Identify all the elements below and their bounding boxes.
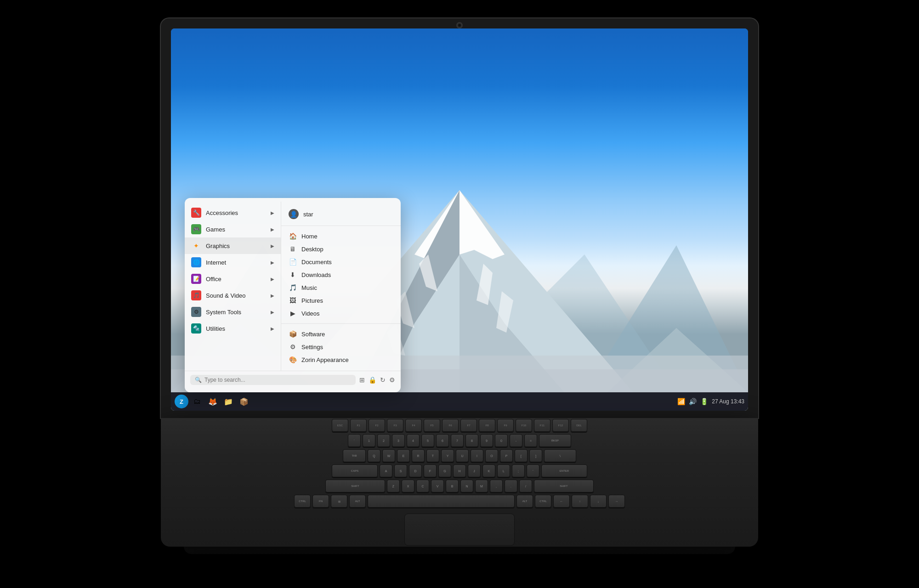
key-alt-r[interactable]: ALT <box>516 495 533 508</box>
submenu-pictures[interactable]: 🖼 Pictures <box>281 294 401 307</box>
file-manager-icon[interactable]: 🗂 <box>190 395 204 408</box>
key-f8[interactable]: F8 <box>479 419 495 432</box>
submenu-software[interactable]: 📦 Software <box>281 328 401 340</box>
category-accessories[interactable]: 🔧 Accessories ▶ <box>185 204 281 221</box>
key-o[interactable]: O <box>485 449 498 462</box>
category-graphics[interactable]: ✦ Graphics ▶ <box>185 237 281 254</box>
submenu-videos[interactable]: ▶ Videos <box>281 307 401 320</box>
key-2[interactable]: 2 <box>377 434 390 447</box>
submenu-documents[interactable]: 📄 Documents <box>281 255 401 268</box>
key-y[interactable]: Y <box>441 449 454 462</box>
settings-small-icon[interactable]: ⚙ <box>389 376 395 384</box>
key-bracket-l[interactable]: [ <box>515 449 528 462</box>
zorin-menu-button[interactable]: Z <box>175 395 188 408</box>
key-w[interactable]: W <box>382 449 395 462</box>
key-s[interactable]: S <box>394 464 407 477</box>
key-backtick[interactable]: ` <box>348 434 361 447</box>
key-caps[interactable]: CAPS <box>332 464 378 477</box>
key-1[interactable]: 1 <box>363 434 375 447</box>
key-m[interactable]: M <box>475 480 488 492</box>
grid-icon[interactable]: ⊞ <box>359 376 365 384</box>
key-super[interactable]: ⊞ <box>331 495 347 508</box>
key-p[interactable]: P <box>500 449 513 462</box>
key-f10[interactable]: F10 <box>516 419 532 432</box>
key-q[interactable]: Q <box>368 449 380 462</box>
key-f3[interactable]: F3 <box>387 419 403 432</box>
key-comma[interactable]: , <box>490 480 503 492</box>
folder-icon[interactable]: 📁 <box>221 395 235 408</box>
submenu-settings[interactable]: ⚙ Settings <box>281 340 401 353</box>
key-u[interactable]: U <box>456 449 469 462</box>
key-0[interactable]: 0 <box>495 434 508 447</box>
submenu-home[interactable]: 🏠 Home <box>281 230 401 243</box>
key-down[interactable]: ↓ <box>590 495 607 508</box>
key-f9[interactable]: F9 <box>497 419 514 432</box>
key-f2[interactable]: F2 <box>369 419 385 432</box>
key-4[interactable]: 4 <box>407 434 420 447</box>
key-6[interactable]: 6 <box>436 434 449 447</box>
key-up[interactable]: ↑ <box>572 495 588 508</box>
key-7[interactable]: 7 <box>451 434 464 447</box>
key-i[interactable]: I <box>471 449 483 462</box>
key-d[interactable]: D <box>409 464 422 477</box>
key-slash[interactable]: / <box>519 480 532 492</box>
submenu-zorin-appearance[interactable]: 🎨 Zorin Appearance <box>281 353 401 366</box>
key-quote[interactable]: ' <box>527 464 539 477</box>
key-f11[interactable]: F11 <box>534 419 550 432</box>
key-enter[interactable]: ENTER <box>541 464 587 477</box>
key-k[interactable]: K <box>482 464 495 477</box>
user-item[interactable]: 👤 star <box>281 206 401 222</box>
key-period[interactable]: . <box>505 480 517 492</box>
key-equals[interactable]: = <box>524 434 537 447</box>
key-backspace[interactable]: BKSP <box>539 434 571 447</box>
key-del[interactable]: DEL <box>571 419 587 432</box>
key-a[interactable]: A <box>380 464 392 477</box>
key-5[interactable]: 5 <box>421 434 434 447</box>
key-f12[interactable]: F12 <box>552 419 569 432</box>
lock-icon[interactable]: 🔒 <box>369 376 376 384</box>
key-semicolon[interactable]: ; <box>512 464 525 477</box>
submenu-music[interactable]: 🎵 Music <box>281 281 401 294</box>
key-x[interactable]: X <box>402 480 414 492</box>
firefox-icon[interactable]: 🦊 <box>206 395 220 408</box>
key-9[interactable]: 9 <box>480 434 493 447</box>
key-v[interactable]: V <box>431 480 444 492</box>
datetime-display[interactable]: 27 Aug 13:43 <box>712 398 744 405</box>
key-f6[interactable]: F6 <box>442 419 459 432</box>
key-8[interactable]: 8 <box>465 434 478 447</box>
key-f5[interactable]: F5 <box>424 419 440 432</box>
key-e[interactable]: E <box>397 449 410 462</box>
search-bar[interactable]: 🔍 <box>190 375 356 385</box>
key-alt-l[interactable]: ALT <box>349 495 366 508</box>
search-input[interactable] <box>204 377 351 383</box>
key-t[interactable]: T <box>426 449 439 462</box>
key-3[interactable]: 3 <box>392 434 405 447</box>
key-f4[interactable]: F4 <box>405 419 422 432</box>
key-g[interactable]: G <box>438 464 451 477</box>
key-minus[interactable]: - <box>510 434 522 447</box>
submenu-downloads[interactable]: ⬇ Downloads <box>281 268 401 281</box>
submenu-desktop[interactable]: 🖥 Desktop <box>281 243 401 255</box>
key-ctrl-l[interactable]: CTRL <box>294 495 311 508</box>
key-right[interactable]: → <box>608 495 625 508</box>
key-f1[interactable]: F1 <box>350 419 367 432</box>
key-z[interactable]: Z <box>387 480 400 492</box>
key-shift-r[interactable]: SHIFT <box>534 480 594 492</box>
touchpad[interactable] <box>404 514 515 546</box>
key-r[interactable]: R <box>412 449 425 462</box>
software-center-icon[interactable]: 📦 <box>237 395 251 408</box>
category-games[interactable]: 🎮 Games ▶ <box>185 221 281 237</box>
category-office[interactable]: 📝 Office ▶ <box>185 271 281 287</box>
category-internet[interactable]: 🌐 Internet ▶ <box>185 254 281 271</box>
key-n[interactable]: N <box>460 480 473 492</box>
key-c[interactable]: C <box>416 480 429 492</box>
key-shift-l[interactable]: SHIFT <box>325 480 385 492</box>
key-backslash[interactable]: \ <box>544 449 576 462</box>
category-sound-video[interactable]: 🎵 Sound & Video ▶ <box>185 287 281 304</box>
key-ctrl-r[interactable]: CTRL <box>535 495 551 508</box>
key-h[interactable]: H <box>453 464 466 477</box>
key-f7[interactable]: F7 <box>460 419 477 432</box>
refresh-icon[interactable]: ↻ <box>380 376 386 384</box>
key-b[interactable]: B <box>446 480 459 492</box>
category-system-tools[interactable]: ⚙ System Tools ▶ <box>185 304 281 320</box>
